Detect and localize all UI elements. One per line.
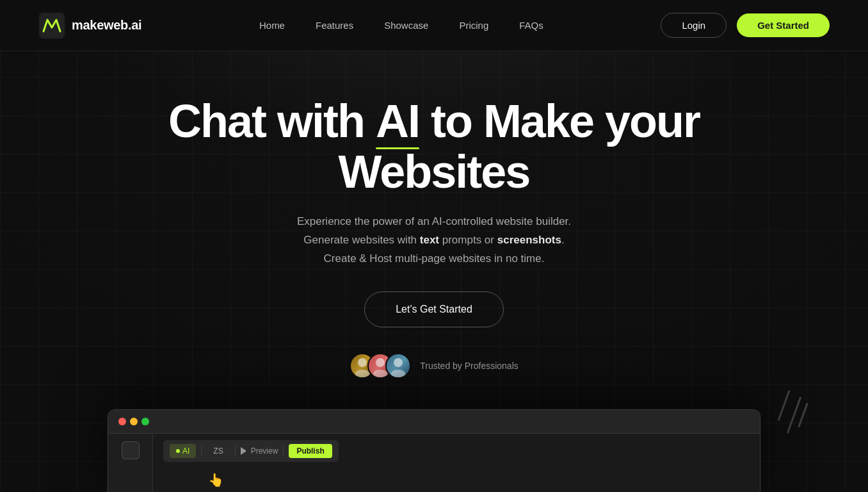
hero-title-part1: Chat with [168, 95, 376, 147]
traffic-light-green [141, 418, 149, 425]
tab-separator-2 [235, 446, 236, 456]
avatar-3 [385, 353, 411, 379]
get-started-button[interactable]: Get Started [737, 13, 830, 37]
hero-subtitle-suffix: . [561, 234, 565, 246]
cursor-hand: 👆 [208, 472, 750, 488]
tab-separator-1 [201, 446, 202, 456]
hero-subtitle: Experience the power of an AI-controlled… [297, 213, 571, 268]
svg-rect-1 [40, 13, 64, 38]
tab-preview-label: Preview [251, 447, 278, 455]
trust-section: Trusted by Professionals [350, 353, 518, 379]
nav-features[interactable]: Features [303, 15, 366, 36]
sidebar-icon-box [122, 441, 140, 459]
hero-title: Chat with AI to Make your Websites [114, 96, 754, 197]
hero-subtitle-text: text [420, 234, 439, 246]
hero-subtitle-mid: prompts or [439, 234, 497, 246]
logo[interactable]: makeweb.ai [38, 12, 141, 39]
traffic-light-red [118, 418, 126, 425]
nav-showcase[interactable]: Showcase [371, 15, 441, 36]
tab-ai-label: AI [182, 447, 189, 455]
nav-links: Home Features Showcase Pricing FAQs [246, 15, 556, 36]
slash-2 [787, 397, 801, 433]
logo-text: makeweb.ai [72, 18, 141, 33]
tab-zs-label: ZS [213, 447, 223, 455]
nav-home[interactable]: Home [246, 15, 298, 36]
tab-preview[interactable]: Preview [241, 447, 278, 455]
slash-1 [778, 390, 791, 421]
hero-subtitle-screenshots: screenshots [497, 234, 561, 246]
trust-label: Trusted by Professionals [420, 361, 518, 371]
tab-separator-3 [283, 446, 284, 456]
tab-ai-dot [176, 449, 180, 453]
browser-toolbar: AI ZS Preview Publish 👆 [153, 434, 760, 492]
tab-publish[interactable]: Publish [289, 444, 332, 458]
browser-content: AI ZS Preview Publish 👆 [108, 434, 760, 492]
traffic-light-yellow [130, 418, 138, 425]
login-button[interactable]: Login [661, 13, 727, 38]
browser-sidebar [108, 434, 153, 492]
cta-button[interactable]: Let's Get Started [364, 291, 504, 327]
hero-subtitle-prefix: Generate websites with [303, 234, 419, 246]
nav-actions: Login Get Started [661, 13, 830, 38]
nav-faqs[interactable]: FAQs [506, 15, 556, 36]
tab-zs[interactable]: ZS [207, 444, 229, 458]
hero-section: Chat with AI to Make your Websites Exper… [0, 51, 868, 379]
hero-title-ai: AI [376, 96, 419, 147]
slash-3 [798, 403, 808, 428]
tab-publish-label: Publish [296, 447, 324, 455]
avatar-stack [350, 353, 411, 379]
browser-titlebar [108, 410, 760, 434]
browser-mockup: AI ZS Preview Publish 👆 [108, 409, 760, 492]
browser-mockup-container: AI ZS Preview Publish 👆 [108, 409, 760, 492]
logo-icon [38, 12, 65, 39]
hero-subtitle-line3: Create & Host multi-page websites in no … [324, 252, 545, 265]
play-icon [241, 447, 248, 455]
nav-pricing[interactable]: Pricing [446, 15, 501, 36]
hero-subtitle-line1: Experience the power of an AI-controlled… [297, 215, 571, 227]
toolbar-tabs: AI ZS Preview Publish [163, 440, 339, 462]
navbar: makeweb.ai Home Features Showcase Pricin… [0, 0, 868, 51]
tab-ai[interactable]: AI [170, 444, 196, 458]
